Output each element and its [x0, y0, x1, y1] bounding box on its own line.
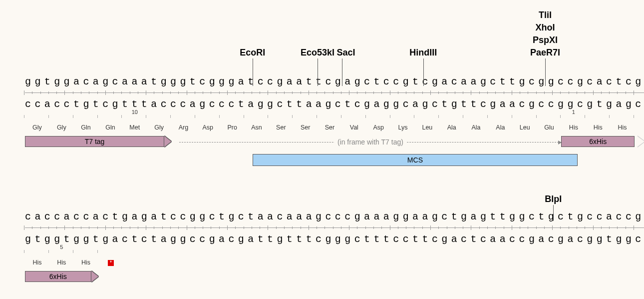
amino-acid-label: Met	[129, 124, 140, 131]
enzyme-label-blpi[interactable]: BlpI	[545, 194, 562, 204]
enzyme-label-pspxi[interactable]: PspXI	[533, 35, 558, 46]
feature-row-2: 6xHis	[25, 271, 644, 284]
amino-acid-label: Gly	[32, 124, 42, 131]
amino-acid-label: His	[618, 124, 627, 131]
enzyme-label-saci[interactable]: SacI	[336, 48, 355, 58]
amino-acid-label: His	[569, 124, 578, 131]
amino-acid-label: Gln	[81, 124, 90, 131]
amino-acid-label: Ala	[447, 124, 456, 131]
enzyme-label-xhoi[interactable]: XhoI	[535, 22, 555, 33]
enzyme-tick	[545, 58, 546, 86]
amino-acid-label: Pro	[227, 124, 237, 131]
amino-acid-label: Asp	[373, 124, 384, 131]
aa-position-number: 10	[132, 109, 138, 115]
enzyme-tick	[423, 58, 424, 86]
amino-acid-label: Glu	[544, 124, 554, 131]
frame-label: (in frame with T7 tag)	[334, 138, 406, 146]
amino-acid-label: Asn	[251, 124, 262, 131]
aa-tick-row-1: 101	[25, 113, 644, 120]
mcs-row: MCS	[25, 154, 644, 168]
amino-acid-label: Gly	[154, 124, 164, 131]
enzyme-label-eco53ki[interactable]: Eco53kI	[301, 48, 334, 58]
enzyme-label-paer7i[interactable]: PaeR7I	[530, 48, 560, 58]
amino-acid-label: Val	[350, 124, 358, 131]
amino-acid-label: Ser	[301, 124, 310, 131]
amino-acid-label: Ser	[276, 124, 286, 131]
sequence-bottom-strand-1: ccacctgtcgtttacccagccctaggcttaagctcgaggc…	[25, 98, 644, 110]
enzyme-tick	[318, 58, 318, 86]
amino-acid-label: His	[32, 259, 41, 266]
amino-acid-label: Leu	[422, 124, 432, 131]
enzyme-tick	[253, 58, 253, 86]
sequence-block-2: BlpI caccaccactgagatccggctgctaacaaagcccg…	[25, 190, 644, 284]
enzyme-tick	[342, 58, 342, 86]
amino-acid-label: Ala	[471, 124, 480, 131]
enzyme-label-tlii[interactable]: TliI	[539, 10, 552, 20]
amino-acid-label: His	[57, 259, 66, 266]
feature-6xhis-2[interactable]: 6xHis	[25, 271, 98, 282]
amino-acid-label: Arg	[179, 124, 188, 131]
amino-acid-label: Gly	[57, 124, 66, 131]
sequence-bottom-strand-2: gtggtggtgactctaggccgacgattgtttcgggctttcc…	[25, 234, 644, 245]
amino-acid-label: Gln	[105, 124, 115, 131]
aa-position-number: 1	[572, 109, 575, 115]
amino-acid-label: Lys	[398, 124, 408, 131]
feature-mcs[interactable]: MCS	[253, 154, 578, 166]
aa-row-1: GlyGlyGlnGlnMetGlyArgAspProAsnSerSerSerV…	[25, 124, 644, 135]
amino-acid-label: Ala	[496, 124, 505, 131]
enzyme-tick	[553, 205, 554, 221]
enzyme-label-hindiii[interactable]: HindIII	[409, 48, 437, 58]
aa-position-number: 5	[60, 244, 63, 250]
sequence-top-strand-2: caccaccactgagatccggctgctaacaaagcccgaaagg…	[25, 211, 644, 222]
amino-acid-label: Leu	[520, 124, 530, 131]
amino-acid-label: His	[594, 124, 603, 131]
enzyme-label-ecori[interactable]: EcoRI	[240, 48, 265, 58]
sequence-block-1: EcoRIEco53kISacIHindIIIPaeR7IPspXIXhoITl…	[25, 55, 644, 168]
feature-mcs-label: MCS	[407, 156, 423, 164]
feature-t7-tag[interactable]: T7 tag	[25, 136, 171, 147]
amino-acid-label: Asp	[203, 124, 214, 131]
amino-acid-label: His	[81, 259, 90, 266]
feature-6xhis-1-label: 6xHis	[589, 138, 607, 146]
sequence-top-strand-1: ggtggacagcaaatgggtcgggatccgaattcgagctccg…	[25, 76, 644, 88]
feature-row-1: T7 tag (in frame with T7 tag) 6xHis	[25, 136, 644, 149]
aa-row-2: * HisHisHis	[25, 259, 644, 270]
sequence-ruler-1	[25, 88, 644, 98]
feature-t7-tag-label: T7 tag	[85, 138, 105, 146]
aa-tick-row-2: 5	[25, 248, 644, 255]
feature-6xhis-2-label: 6xHis	[49, 272, 67, 280]
feature-6xhis-1[interactable]: 6xHis	[561, 136, 635, 147]
stop-codon-icon: *	[108, 260, 114, 266]
sequence-ruler-2	[25, 224, 644, 232]
amino-acid-label: Ser	[325, 124, 334, 131]
